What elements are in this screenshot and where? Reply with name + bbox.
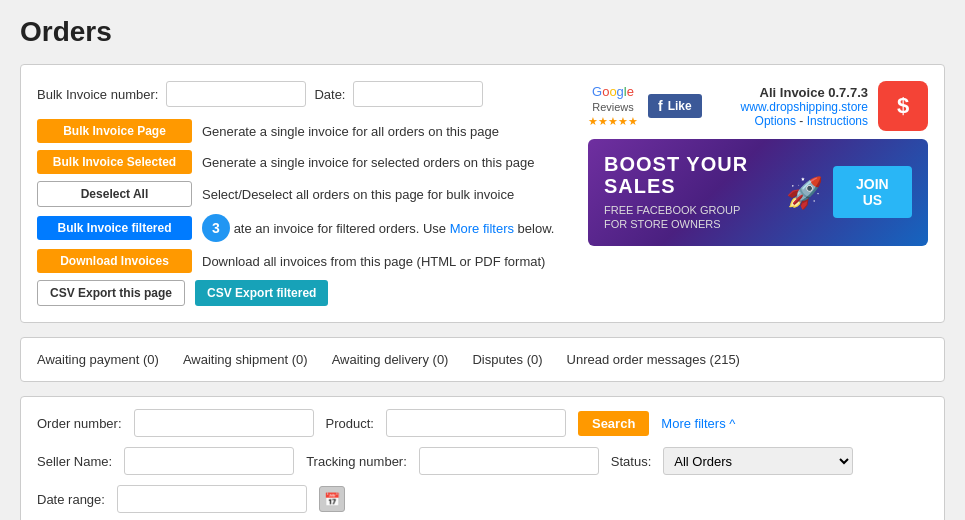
date-label: Date: <box>314 87 345 102</box>
filters-row-1: Order number: Product: Search More filte… <box>37 409 928 437</box>
bulk-invoice-number-input[interactable] <box>166 81 306 107</box>
bulk-invoice-selected-button[interactable]: Bulk Invoice Selected <box>37 150 192 174</box>
date-range-input[interactable]: 01/01/2020 to 03/31/2020 <box>117 485 307 513</box>
ali-dash: - <box>796 114 807 128</box>
filters-card: Order number: Product: Search More filte… <box>20 396 945 520</box>
bulk-invoice-row: Bulk Invoice number: Date: 26 / 07 / 202… <box>37 81 568 107</box>
seller-name-label: Seller Name: <box>37 454 112 469</box>
google-reviews: Google Reviews ★★★★★ <box>588 84 638 128</box>
google-g: G <box>592 84 602 99</box>
filters-row-3: Date range: 01/01/2020 to 03/31/2020 📅 <box>37 485 928 513</box>
filtered-desc-suffix: below. <box>518 221 555 236</box>
bulk-invoice-label: Bulk Invoice number: <box>37 87 158 102</box>
page-title: Orders <box>20 16 945 48</box>
csv-export-row: CSV Export this page CSV Export filtered <box>37 280 568 306</box>
boost-left: BOOST YOUR SALES FREE FACEBOOK GROUP FOR… <box>604 153 776 232</box>
bulk-invoice-selected-desc: Generate a single invoice for selected o… <box>202 155 534 170</box>
deselect-all-row: Deselect All Select/Deselect all orders … <box>37 181 568 207</box>
csv-export-page-button[interactable]: CSV Export this page <box>37 280 185 306</box>
order-number-input[interactable] <box>134 409 314 437</box>
reviews-label: Reviews <box>592 101 634 113</box>
ali-icon: $ <box>878 81 928 131</box>
filtered-desc-text: ate an invoice for filtered orders. Use <box>234 221 446 236</box>
filter-badge: 3 <box>202 214 230 242</box>
bulk-invoice-filtered-row: Bulk Invoice filtered 3 ate an invoice f… <box>37 214 568 242</box>
bulk-invoice-page-button[interactable]: Bulk Invoice Page <box>37 119 192 143</box>
boost-rocket-icon: 🚀 <box>786 175 823 210</box>
tabs-card: Awaiting payment (0) Awaiting shipment (… <box>20 337 945 382</box>
boost-title: BOOST YOUR SALES <box>604 153 776 197</box>
google-stars: ★★★★★ <box>588 115 638 128</box>
filters-row-2: Seller Name: Tracking number: Status: Al… <box>37 447 928 475</box>
calendar-icon: 📅 <box>324 492 340 507</box>
order-number-label: Order number: <box>37 416 122 431</box>
fb-icon: f <box>658 98 663 114</box>
fb-like-button[interactable]: f Like <box>648 94 702 118</box>
ali-icon-symbol: $ <box>897 93 909 119</box>
product-label: Product: <box>326 416 374 431</box>
status-select[interactable]: All Orders Awaiting payment Awaiting shi… <box>663 447 853 475</box>
deselect-all-button[interactable]: Deselect All <box>37 181 192 207</box>
fb-like-label: Like <box>668 99 692 113</box>
download-invoices-desc: Download all invoices from this page (HT… <box>202 254 545 269</box>
left-panel: Bulk Invoice number: Date: 26 / 07 / 202… <box>37 81 568 306</box>
bulk-invoice-page-desc: Generate a single invoice for all orders… <box>202 124 499 139</box>
ali-options-link[interactable]: Options <box>755 114 796 128</box>
search-button[interactable]: Search <box>578 411 649 436</box>
google-e: e <box>627 84 634 99</box>
bulk-invoice-page-row: Bulk Invoice Page Generate a single invo… <box>37 119 568 143</box>
more-filters-link-inline[interactable]: More filters <box>450 221 514 236</box>
more-filters-text: More filters <box>661 416 725 431</box>
calendar-icon-button[interactable]: 📅 <box>319 486 345 512</box>
seller-name-input[interactable] <box>124 447 294 475</box>
more-filters-link[interactable]: More filters ^ <box>661 416 735 431</box>
tracking-label: Tracking number: <box>306 454 407 469</box>
ali-info: Ali Invoice 0.7.7.3 www.dropshipping.sto… <box>712 85 868 128</box>
tab-disputes[interactable]: Disputes (0) <box>472 348 542 371</box>
boost-banner: BOOST YOUR SALES FREE FACEBOOK GROUP FOR… <box>588 139 928 246</box>
date-input[interactable]: 26 / 07 / 2020 <box>353 81 483 107</box>
main-card: Bulk Invoice number: Date: 26 / 07 / 202… <box>20 64 945 323</box>
status-label: Status: <box>611 454 651 469</box>
bulk-invoice-selected-row: Bulk Invoice Selected Generate a single … <box>37 150 568 174</box>
tab-awaiting-payment[interactable]: Awaiting payment (0) <box>37 348 159 371</box>
ali-website-link[interactable]: www.dropshipping.store <box>741 100 868 114</box>
tabs-row: Awaiting payment (0) Awaiting shipment (… <box>37 348 928 371</box>
download-invoices-row: Download Invoices Download all invoices … <box>37 249 568 273</box>
bulk-invoice-filtered-desc: 3 ate an invoice for filtered orders. Us… <box>202 214 554 242</box>
right-panel: Google Reviews ★★★★★ f Like Ali Invoice … <box>588 81 928 306</box>
google-logo-text: Google <box>592 84 634 99</box>
more-filters-chevron-icon: ^ <box>729 416 735 431</box>
download-invoices-button[interactable]: Download Invoices <box>37 249 192 273</box>
product-input[interactable] <box>386 409 566 437</box>
top-right: Google Reviews ★★★★★ f Like Ali Invoice … <box>588 81 928 131</box>
google-o2: o <box>609 84 616 99</box>
tab-awaiting-delivery[interactable]: Awaiting delivery (0) <box>332 348 449 371</box>
tab-unread-messages[interactable]: Unread order messages (215) <box>567 348 740 371</box>
tab-awaiting-shipment[interactable]: Awaiting shipment (0) <box>183 348 308 371</box>
boost-subtitle: FREE FACEBOOK GROUP FOR STORE OWNERS <box>604 203 776 232</box>
ali-version: Ali Invoice 0.7.7.3 <box>712 85 868 100</box>
join-us-button[interactable]: JOIN US <box>833 166 912 218</box>
deselect-all-desc: Select/Deselect all orders on this page … <box>202 187 514 202</box>
google-g2: g <box>617 84 624 99</box>
date-range-label: Date range: <box>37 492 105 507</box>
bulk-invoice-filtered-button[interactable]: Bulk Invoice filtered <box>37 216 192 240</box>
csv-export-filtered-button[interactable]: CSV Export filtered <box>195 280 328 306</box>
tracking-input[interactable] <box>419 447 599 475</box>
ali-instructions-link[interactable]: Instructions <box>807 114 868 128</box>
